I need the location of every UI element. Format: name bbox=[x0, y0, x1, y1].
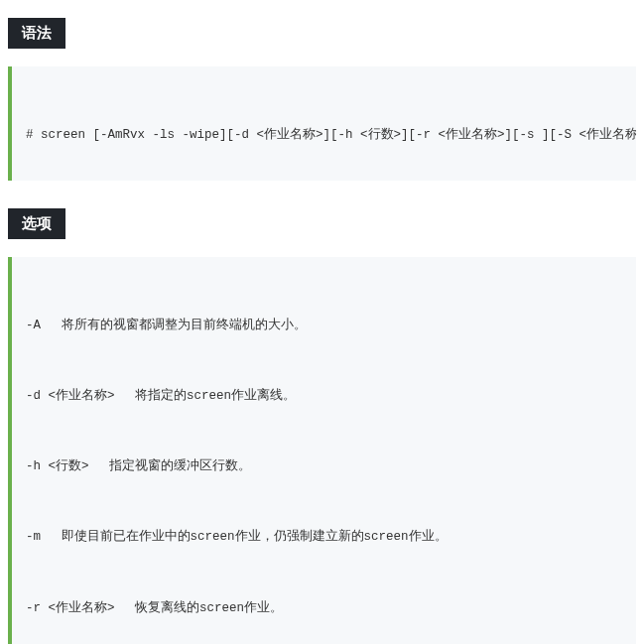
code-line: -r <作业名称> 恢复离线的screen作业。 bbox=[26, 597, 622, 621]
code-line: # screen [-AmRvx -ls -wipe][-d <作业名称>][-… bbox=[26, 124, 622, 148]
code-line: -h <行数> 指定视窗的缓冲区行数。 bbox=[26, 455, 622, 479]
code-line: -d <作业名称> 将指定的screen作业离线。 bbox=[26, 385, 622, 409]
codeblock-options: -A 将所有的视窗都调整为目前终端机的大小。 -d <作业名称> 将指定的scr… bbox=[8, 257, 636, 644]
section-heading-options: 选项 bbox=[8, 208, 65, 239]
codeblock-syntax: # screen [-AmRvx -ls -wipe][-d <作业名称>][-… bbox=[8, 66, 636, 181]
code-line: -A 将所有的视窗都调整为目前终端机的大小。 bbox=[26, 315, 622, 338]
section-heading-syntax: 语法 bbox=[8, 18, 65, 49]
code-line: -m 即使目前已在作业中的screen作业，仍强制建立新的screen作业。 bbox=[26, 526, 622, 550]
